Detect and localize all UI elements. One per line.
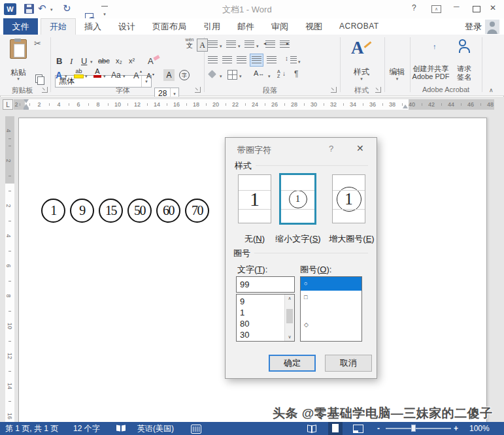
highlight-caret-icon[interactable]: ▾ <box>85 74 88 78</box>
word-count[interactable]: 12 个字 <box>73 422 100 435</box>
tab-review[interactable]: 审阅 <box>263 18 297 35</box>
dialog-help-icon[interactable]: ? <box>329 144 333 153</box>
web-layout-icon[interactable] <box>353 425 363 433</box>
h-ruler[interactable]: 2246810121416182022242628303234363840424… <box>14 99 494 110</box>
first-line-indent-marker[interactable] <box>24 99 29 103</box>
character-border-button[interactable]: A <box>197 39 208 52</box>
scrollbar[interactable]: ∧ ∨ <box>284 295 294 341</box>
text-input[interactable] <box>236 276 295 293</box>
tab-insert[interactable]: 插入 <box>76 18 110 35</box>
tab-selector[interactable]: L <box>3 99 13 110</box>
borders-icon[interactable] <box>227 70 237 80</box>
tab-page-layout[interactable]: 页面布局 <box>144 18 195 35</box>
highlight-button[interactable]: ab <box>74 69 84 78</box>
grow-font-button[interactable]: A <box>133 69 139 82</box>
subscript-button[interactable]: x₂ <box>116 55 122 67</box>
zoom-out-button[interactable]: - <box>377 422 380 435</box>
show-hide-marks-icon[interactable]: ¶ <box>294 69 298 78</box>
zoom-slider-thumb[interactable] <box>411 425 416 432</box>
justify-button-selected[interactable] <box>250 54 263 67</box>
close-button[interactable]: ✕ <box>490 3 496 12</box>
collapse-ribbon-icon[interactable]: ∧ <box>489 87 494 93</box>
enclose-characters-button[interactable]: 字 <box>179 70 190 80</box>
proofing-icon[interactable] <box>116 425 126 432</box>
paste-icon[interactable] <box>10 39 27 59</box>
dialog-close-icon[interactable]: ✕ <box>356 143 364 153</box>
undo-icon[interactable]: ↶ <box>38 3 46 14</box>
cancel-button[interactable]: 取消 <box>325 355 372 372</box>
circle-option[interactable] <box>301 304 361 318</box>
minimize-button[interactable]: ─ <box>454 2 460 11</box>
align-left-icon[interactable] <box>208 56 218 65</box>
numbering-icon[interactable] <box>226 40 236 49</box>
scroll-down-icon[interactable]: ∨ <box>285 334 294 340</box>
sort-button[interactable]: A Z <box>277 69 280 78</box>
font-color-button[interactable]: A <box>93 68 101 78</box>
borders-caret-icon[interactable]: ▾ <box>239 74 242 78</box>
bold-button[interactable]: B <box>56 55 62 67</box>
styles-dialog-launcher-icon[interactable] <box>375 87 381 93</box>
line-spacing-updown-icon[interactable]: ↕ <box>285 55 288 62</box>
styles-caret-icon[interactable]: ▾ <box>340 76 383 81</box>
language-indicator[interactable]: 英语(美国) <box>137 422 174 435</box>
phonetic-guide-button[interactable]: wén 文 <box>183 37 196 49</box>
avatar[interactable] <box>485 20 499 34</box>
editing-caret-icon[interactable]: ▾ <box>384 76 410 81</box>
copy-icon[interactable] <box>35 74 42 83</box>
style-option-none[interactable]: 1 <box>238 174 271 223</box>
scroll-thumb[interactable] <box>286 309 293 323</box>
tab-mailings[interactable]: 邮件 <box>229 18 263 35</box>
undo-caret-icon[interactable]: ▾ <box>50 7 53 12</box>
tab-acrobat[interactable]: ACROBAT <box>331 18 388 35</box>
tab-references[interactable]: 引用 <box>195 18 229 35</box>
tab-home[interactable]: 开始 <box>41 18 76 35</box>
align-center-icon[interactable] <box>222 56 232 65</box>
zoom-level[interactable]: 100% <box>469 422 490 435</box>
font-dialog-launcher-icon[interactable] <box>195 87 201 93</box>
left-indent-marker[interactable] <box>24 108 29 110</box>
file-tab[interactable]: 文件 <box>3 18 38 35</box>
shading-caret-icon[interactable]: ▾ <box>220 74 222 78</box>
ribbon-display-options-icon[interactable]: ∧ <box>431 5 441 13</box>
help-icon[interactable]: ? <box>412 3 416 12</box>
scroll-up-icon[interactable]: ∧ <box>285 296 294 301</box>
text-effects-caret-icon[interactable]: ▾ <box>65 74 67 78</box>
style-option-shrink-text[interactable]: 1 <box>279 173 316 225</box>
tab-design[interactable]: 设计 <box>110 18 144 35</box>
cut-icon[interactable]: ✂ <box>34 39 41 48</box>
zoom-in-button[interactable]: + <box>454 422 458 435</box>
maximize-button[interactable] <box>473 6 480 12</box>
zoom-slider-track[interactable] <box>386 428 451 429</box>
superscript-button[interactable]: x² <box>129 55 135 67</box>
text-options-list[interactable]: 9 1 80 30 ∧ ∨ <box>236 294 295 342</box>
character-shading-button[interactable]: A <box>163 69 175 81</box>
asian-layout-caret-icon[interactable]: ▾ <box>268 74 271 78</box>
distributed-icon[interactable] <box>267 56 277 65</box>
v-ruler[interactable]: 42246810121416 <box>5 116 14 422</box>
paragraph-dialog-launcher-icon[interactable] <box>331 87 337 93</box>
circle-option[interactable]: □ <box>301 291 361 304</box>
ok-button[interactable]: 确定 <box>269 355 316 372</box>
underline-caret-icon[interactable]: ▾ <box>90 59 93 64</box>
style-option-enlarge-symbol[interactable]: 1 <box>332 174 365 223</box>
asian-layout-button[interactable]: A↔ <box>254 69 264 77</box>
style-option-enlarge-label[interactable]: 增大圈号(E) <box>325 233 378 245</box>
ime-mode-icon[interactable] <box>191 425 201 434</box>
redo-icon[interactable]: ↻ <box>63 3 71 14</box>
clipboard-dialog-launcher-icon[interactable] <box>42 87 48 93</box>
underline-button[interactable]: U <box>81 55 87 67</box>
save-icon[interactable] <box>24 4 34 14</box>
change-case-caret-icon[interactable]: ▾ <box>123 74 126 78</box>
multilevel-caret-icon[interactable]: ▾ <box>256 44 259 48</box>
styles-a-icon[interactable]: A <box>351 38 364 57</box>
italic-button[interactable]: I <box>70 55 73 67</box>
read-mode-icon[interactable] <box>307 425 316 432</box>
clear-formatting-button[interactable]: A <box>148 55 154 67</box>
page-indicator[interactable]: 第 1 页, 共 1 页 <box>5 422 58 435</box>
text-effects-button[interactable]: A <box>56 69 62 82</box>
change-case-button[interactable]: Aa <box>111 69 121 82</box>
style-option-shrink-label[interactable]: 缩小文字(S) <box>271 233 325 245</box>
multilevel-list-icon[interactable] <box>244 40 254 49</box>
qat-customize-icon[interactable]: ▾ <box>101 6 108 18</box>
numbering-caret-icon[interactable]: ▾ <box>238 44 241 48</box>
